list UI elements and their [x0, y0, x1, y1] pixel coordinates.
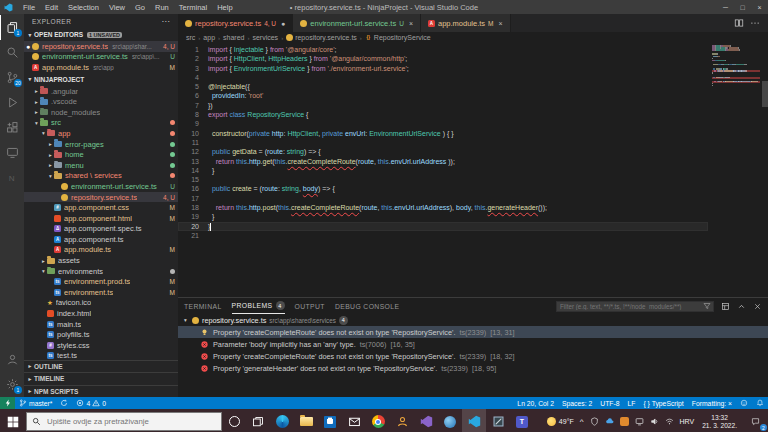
code-line[interactable]: 1import { Injectable } from '@angular/co…	[178, 45, 708, 54]
activity-source-control[interactable]: 20	[0, 65, 24, 90]
code-line[interactable]: 12 public getData = (route: string) => {	[178, 147, 708, 156]
status-ln[interactable]: Ln 20, Col 2	[513, 397, 558, 409]
menu-file[interactable]: File	[18, 0, 40, 14]
status-{[interactable]: { } TypeScript	[639, 397, 687, 409]
panel-tab-debug-console[interactable]: DEBUG CONSOLE	[335, 298, 400, 314]
menu-view[interactable]: View	[104, 0, 130, 14]
tree-item[interactable]: Aapp.component.ts	[24, 234, 178, 245]
tree-item[interactable]: ▾shared \ services	[24, 171, 178, 182]
tray-onedrive[interactable]	[602, 409, 617, 432]
taskbar-store[interactable]	[318, 409, 342, 432]
taskbar-edge[interactable]	[270, 409, 294, 432]
taskbar-ssms[interactable]	[486, 409, 510, 432]
start-button[interactable]	[0, 409, 26, 432]
code-line[interactable]: 10 constructor(private http: HttpClient,…	[178, 129, 708, 138]
breadcrumb-item[interactable]: {}RepositoryService	[365, 34, 431, 41]
tree-item[interactable]: Aapp.module.tsM	[24, 245, 178, 256]
panel-tab-output[interactable]: OUTPUT	[295, 298, 325, 314]
activity-explorer[interactable]: 1	[0, 15, 24, 40]
open-editor-item[interactable]: environment-url.service.tssrc\app\...U	[24, 52, 178, 63]
minimize-button[interactable]: ─	[717, 0, 734, 14]
tree-item[interactable]: Δapp.component.spec.ts	[24, 224, 178, 235]
taskbar-cortana[interactable]	[222, 409, 246, 432]
tree-item[interactable]: ▾src	[24, 118, 178, 129]
status-utf-8[interactable]: UTF-8	[596, 397, 623, 409]
tree-item[interactable]: ★favicon.ico	[24, 298, 178, 309]
scrollbar-thumb[interactable]	[762, 81, 768, 107]
code-line[interactable]: 9	[178, 119, 708, 128]
code-line[interactable]: 6 providedIn: 'root'	[178, 91, 708, 100]
more-actions-icon[interactable]	[750, 14, 760, 32]
tree-item[interactable]: tsmain.ts	[24, 319, 178, 330]
tray-hidden-icons[interactable]: ^	[577, 409, 587, 432]
tray-language[interactable]: HRV	[677, 409, 698, 432]
taskbar-task-view[interactable]	[246, 409, 270, 432]
open-editors-header[interactable]: ▾ OPEN EDITORS 1 UNSAVED	[24, 28, 178, 41]
remote-indicator[interactable]	[0, 397, 15, 409]
activity-nx-console[interactable]: N	[0, 165, 24, 190]
vertical-scrollbar[interactable]	[761, 43, 768, 297]
taskbar-mail[interactable]	[342, 409, 366, 432]
breadcrumb-item[interactable]: services	[252, 34, 278, 41]
taskbar-search-input[interactable]	[45, 416, 216, 427]
activity-accounts[interactable]	[0, 347, 24, 372]
tree-item[interactable]: ▸home	[24, 149, 178, 160]
activity-extensions[interactable]	[0, 115, 24, 140]
tab-repository.service.ts[interactable]: repository.service.ts4, U●	[178, 14, 293, 32]
code-line[interactable]: 4	[178, 73, 708, 82]
menu-go[interactable]: Go	[130, 0, 150, 14]
modified-dot-icon[interactable]: ●	[281, 20, 285, 27]
group-by-icon[interactable]	[721, 302, 730, 311]
code-line[interactable]: 11	[178, 138, 708, 147]
tree-item[interactable]: environment-url.service.tsU	[24, 181, 178, 192]
taskbar-teams[interactable]: T	[510, 409, 534, 432]
tree-item[interactable]: ▸menu	[24, 160, 178, 171]
tray-network[interactable]	[662, 409, 677, 432]
code-line[interactable]: 16 public create = (route: string, body)…	[178, 184, 708, 193]
tree-item[interactable]: repository.service.ts4, U	[24, 192, 178, 203]
panel-tab-problems[interactable]: PROBLEMS4	[232, 298, 285, 314]
code-line[interactable]: 19 }	[178, 212, 708, 221]
maximize-button[interactable]: □	[734, 0, 751, 14]
code-line[interactable]: 17	[178, 194, 708, 203]
tree-item[interactable]: tsenvironment.tsM	[24, 287, 178, 298]
menu-help[interactable]: Help	[212, 0, 237, 14]
feedback-smiley-icon[interactable]	[736, 397, 752, 409]
breadcrumb-item[interactable]: app	[203, 34, 215, 41]
activity-search[interactable]	[0, 40, 24, 65]
close-tab-icon[interactable]: ×	[409, 20, 413, 27]
project-header[interactable]: ▾ NINJAPROJECT	[24, 73, 178, 86]
tree-item[interactable]: ▾app	[24, 128, 178, 139]
tree-item[interactable]: ▾environments	[24, 266, 178, 277]
tree-item[interactable]: tspolyfills.ts	[24, 329, 178, 340]
code-line[interactable]: 20}	[178, 222, 708, 231]
breadcrumb-item[interactable]: src	[186, 34, 195, 41]
tray-volume[interactable]	[647, 409, 662, 432]
problems-filter-input[interactable]	[557, 303, 703, 310]
menu-run[interactable]: Run	[150, 0, 174, 14]
code-line[interactable]: 18 return this.http.post(this.createComp…	[178, 203, 708, 212]
code-line[interactable]: 2import { HttpClient, HttpHeaders } from…	[178, 54, 708, 63]
problem-row[interactable]: Property 'generateHeader' does not exist…	[178, 362, 768, 374]
section-outline[interactable]: ▸OUTLINE	[24, 360, 178, 373]
git-branch-status[interactable]: master*	[15, 397, 56, 409]
breadcrumb-item[interactable]: shared	[223, 34, 244, 41]
breadcrumb[interactable]: src›app›shared›services›repository.servi…	[178, 32, 768, 43]
tab-app.module.ts[interactable]: Aapp.module.tsM×	[421, 14, 511, 32]
code-line[interactable]: 13 return this.http.get(this.createCompl…	[178, 157, 708, 166]
problem-row[interactable]: Parameter 'body' implicitly has an 'any'…	[178, 338, 768, 350]
tree-item[interactable]: #styles.css	[24, 340, 178, 351]
tree-item[interactable]: ▸error-pages	[24, 139, 178, 150]
taskbar-vscode-insiders[interactable]	[414, 409, 438, 432]
tray-notifications[interactable]: 2	[742, 409, 768, 432]
taskbar-file-explorer[interactable]	[294, 409, 318, 432]
activity-run-debug[interactable]	[0, 90, 24, 115]
tray-app-orange[interactable]	[617, 409, 632, 432]
close-button[interactable]: ×	[751, 0, 768, 14]
code-line[interactable]: 15	[178, 175, 708, 184]
taskbar-vscode[interactable]	[462, 409, 486, 432]
tree-item[interactable]: ▸.angular	[24, 86, 178, 97]
panel-tab-terminal[interactable]: TERMINAL	[184, 298, 222, 314]
tree-item[interactable]: tstest.ts	[24, 351, 178, 360]
section-timeline[interactable]: ▸TIMELINE	[24, 372, 178, 385]
